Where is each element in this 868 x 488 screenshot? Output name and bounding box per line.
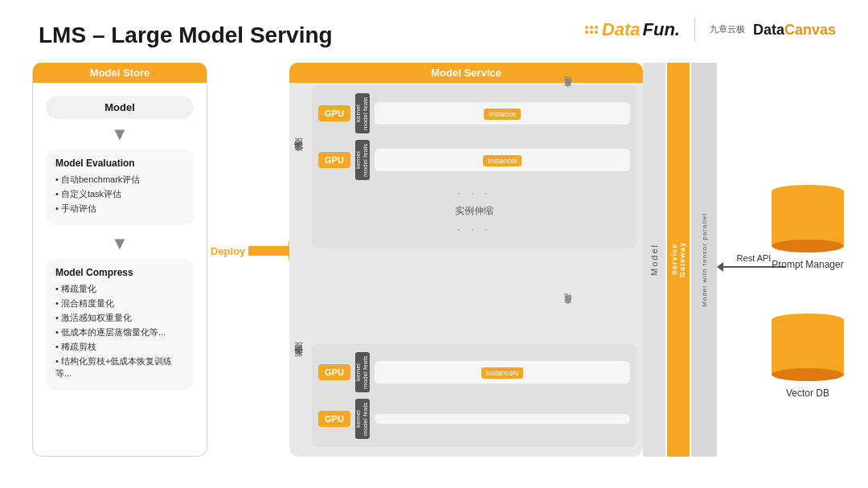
instance-box-n1: InstanceN [375,361,630,383]
compress-item-5: 稀疏剪枝 [55,341,184,353]
instance-row-n1: GPU kernel model feats InstanceN [318,352,630,392]
kernel-block-1: kernel model feats [355,93,370,133]
compress-item-2: 混合精度量化 [55,297,184,310]
jiuyun-text: 九章云极 [710,24,745,35]
arrow-down-2: ▼ [111,233,129,254]
compress-title: Model Compress [55,267,184,278]
gpu-block-1: GPU [318,105,350,121]
kernel-block-2: kernel model feats [355,140,370,180]
compress-item-4: 低成本的逐层蒸馏量化等... [55,326,184,338]
datafun-dots [585,26,600,34]
logos-area: Data Fun. 九章云极 DataCanvas [585,18,836,42]
kernel-block-n2: kernel model feats [355,399,370,439]
arrow-down-1: ▼ [111,124,129,145]
dots-mid: · · · [318,187,630,201]
instance-row-2: GPU kernel model feats InstanceI [318,140,630,180]
gpu-block-n1: GPU [318,364,350,380]
instance-box-2: InstanceI [375,149,630,171]
kernel-block-n1: kernel model feats [355,352,370,392]
gpu-block-2: GPU [318,152,350,168]
vdb-cylinder-top [772,314,844,326]
pm-cylinder-bottom [772,240,844,252]
eval-item-2: 自定义task评估 [55,188,184,200]
prompt-manager: Prompt Manager [772,185,844,270]
rest-api-arrowhead [717,262,723,272]
eval-item-3: 手动评估 [55,203,184,215]
model-evaluation-box: Model Evaluation 自动benchmark评估 自定义task评估… [46,150,194,225]
service-gateway-text: ServiceGateway [670,242,686,277]
vector-db: Vector DB [772,314,844,399]
instance-tag-1: Instance [484,109,521,120]
bottom-service-group: GPU kernel model feats InstanceN GPU ker… [312,344,637,447]
vector-db-cylinder [772,314,844,381]
eval-item-1: 自动benchmark评估 [55,174,184,186]
evaluation-title: Model Evaluation [55,158,184,169]
gpu-block-n2: GPU [318,411,350,427]
pm-cylinder-body [772,191,844,246]
vdb-cylinder-bottom [772,368,844,381]
model-node: Model [46,96,194,119]
model-bar: Model [643,63,665,457]
instance-tag-2: InstanceI [483,155,522,166]
traffic-schedule-label: 流量调度 [293,92,305,220]
model-compress-box: Model Compress 稀疏量化 混合精度量化 激活感知权重量化 低成本的… [46,259,194,390]
model-store-label: Model Store [33,63,207,83]
top-service-group: GPU kernel model feats Instance GPU kern… [312,85,637,248]
model-store-box: Model Store Model ▼ Model Evaluation 自动b… [32,63,207,457]
model-bar-text: Model [649,244,659,276]
prompt-manager-label: Prompt Manager [772,259,843,270]
datafun-logo: Data Fun. [585,19,680,40]
logo-divider [694,18,695,42]
mtp-text: Model with tensor parallel [701,213,708,307]
vector-db-label: Vector DB [786,388,829,399]
compress-item-3: 激活感知权重量化 [55,312,184,324]
prompt-manager-cylinder [772,185,844,252]
dots-mid2: · · · [318,223,630,237]
pm-cylinder-top [772,185,844,198]
text-process-label-top: 文本处理策略化 [563,88,573,94]
model-service-label: Model Service [289,63,643,83]
compress-item-1: 稀疏量化 [55,283,184,295]
rest-api-label: Rest API [737,253,772,263]
instance-tag-n1: InstanceN [481,367,524,379]
instance-row-1: GPU kernel model feats Instance [318,93,630,133]
mtp-bar: Model with tensor parallel [691,63,717,457]
instance-box-n2 [375,414,630,424]
text-process-label-bottom: 文本处理策略化 [563,306,573,311]
datafun-fun: Fun. [643,19,680,40]
store-content: Model ▼ Model Evaluation 自动benchmark评估 自… [46,96,194,393]
datafun-text: Data [602,19,641,40]
vdb-cylinder-body [772,320,844,375]
service-gateway-bar: ServiceGateway [667,63,690,457]
instance-row-n2: GPU kernel model feats [318,399,630,439]
service-schedule-label: 服务调度 [293,296,305,424]
instance-box-1: Instance [375,102,630,125]
page-title: LMS – Large Model Serving [39,23,333,48]
model-service-box: Model Service 流量调度 服务调度 GPU kernel model… [289,63,643,457]
scale-label: 实例伸缩 [318,204,630,218]
deploy-label: Deploy [211,245,245,257]
compress-item-6: 结构化剪枝+低成本恢复训练等... [55,355,184,379]
datacanvas-text: DataCanvas [753,22,836,39]
datacanvas-logo: 九章云极 DataCanvas [710,22,836,39]
